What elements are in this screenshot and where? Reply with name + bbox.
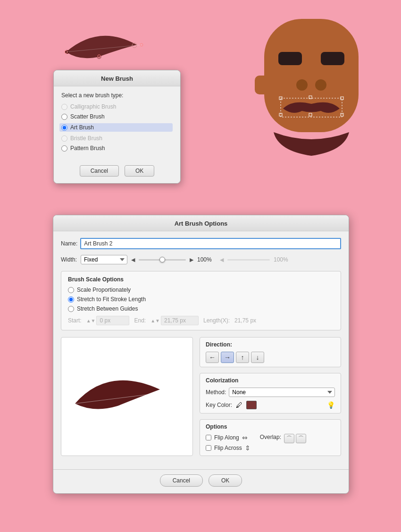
radio-bristle-input xyxy=(61,135,67,142)
art-brush-ok-button[interactable]: OK xyxy=(209,474,242,487)
svg-rect-9 xyxy=(278,52,302,65)
direction-section: Direction: ← → ↑ ↓ xyxy=(200,337,341,367)
width-slider-track[interactable] xyxy=(139,259,186,261)
brush-scale-title: Brush Scale Options xyxy=(68,276,334,283)
brush-preview-svg xyxy=(61,19,160,71)
key-color-row: Key Color: 🖊 💡 xyxy=(206,401,335,409)
radio-art-input[interactable] xyxy=(61,125,67,131)
eyedropper-icon[interactable]: 🖊 xyxy=(236,401,242,409)
method-label: Method: xyxy=(206,389,226,396)
flip-across-row: Flip Across ⇕ xyxy=(206,444,251,452)
art-brush-cancel-button[interactable]: Cancel xyxy=(160,474,203,487)
guide-row: Start: ▲▼ End: ▲▼ Length(X): 21,75 px xyxy=(68,316,334,325)
start-value xyxy=(96,316,129,325)
slider2-left-arrow: ◀ xyxy=(220,257,224,263)
colorization-title: Colorization xyxy=(206,377,335,384)
name-label: Name: xyxy=(61,240,77,247)
direction-title: Direction: xyxy=(206,341,335,348)
art-brush-footer: Cancel OK xyxy=(53,469,349,493)
art-brush-dialog: Art Brush Options Name: Width: Fixed Pre… xyxy=(53,215,349,494)
end-value xyxy=(161,316,199,325)
svg-rect-8 xyxy=(255,76,269,94)
overlap-buttons: ⌒ ⌒ xyxy=(284,434,306,443)
length-value: 21,75 px xyxy=(234,317,256,324)
svg-point-12 xyxy=(315,79,326,91)
overlap-label: Overlap: xyxy=(260,434,281,440)
overlap-btn-2[interactable]: ⌒ xyxy=(296,434,306,443)
stretch-to-fit-option[interactable]: Stretch to Fit Stroke Length xyxy=(68,296,334,303)
stretch-between-label: Stretch Between Guides xyxy=(77,305,138,312)
options-section: Options Flip Along ⇔ Flip Across xyxy=(200,419,341,456)
width-row: Width: Fixed Pressure Stylus Wheel ◀ ▶ 1… xyxy=(61,255,341,264)
new-brush-ok-button[interactable]: OK xyxy=(125,165,154,177)
end-label: End: xyxy=(134,317,146,324)
width-slider2-track xyxy=(227,259,270,261)
svg-point-11 xyxy=(296,79,308,91)
svg-rect-7 xyxy=(264,19,359,132)
brush-preview-box: → xyxy=(61,337,193,456)
flip-across-label: Flip Across xyxy=(214,445,242,451)
options-title: Options xyxy=(206,423,335,430)
scale-proportionately-option[interactable]: Scale Proportionately xyxy=(68,287,334,293)
slider-left-arrow: ◀ xyxy=(131,257,135,263)
radio-calligraphic: Calligraphic Brush xyxy=(61,103,173,110)
radio-calligraphic-input[interactable] xyxy=(61,104,67,110)
scale-prop-label: Scale Proportionately xyxy=(77,287,131,293)
colorization-section: Colorization Method: None Tints Tints an… xyxy=(200,373,341,414)
start-spinner-up: ▲▼ xyxy=(86,318,96,323)
start-label: Start: xyxy=(68,317,82,324)
flip-across-checkbox[interactable] xyxy=(206,445,211,451)
radio-scatter[interactable]: Scatter Brush xyxy=(61,113,173,120)
scale-prop-radio[interactable] xyxy=(68,287,74,293)
radio-art[interactable]: Art Brush xyxy=(59,123,173,132)
face-illustration xyxy=(245,9,377,189)
direction-left-btn[interactable]: ← xyxy=(206,352,219,363)
lightbulb-icon[interactable]: 💡 xyxy=(327,401,335,409)
stretch-between-option[interactable]: Stretch Between Guides xyxy=(68,305,334,312)
right-panel: Direction: ← → ↑ ↓ Colorization Method: … xyxy=(200,337,341,456)
flip-along-icon: ⇔ xyxy=(242,434,248,441)
flip-along-checkbox[interactable] xyxy=(206,435,211,440)
stretch-fit-label: Stretch to Fit Stroke Length xyxy=(77,296,146,303)
new-brush-subtitle: Select a new brush type: xyxy=(61,92,173,99)
preview-svg: → xyxy=(66,352,188,441)
new-brush-cancel-button[interactable]: Cancel xyxy=(80,165,119,177)
direction-up-btn[interactable]: ↑ xyxy=(236,352,249,363)
direction-buttons: ← → ↑ ↓ xyxy=(206,352,335,363)
width-label: Width: xyxy=(61,256,77,263)
new-brush-dialog: New Brush Select a new brush type: Calli… xyxy=(53,70,181,184)
end-spinner-up: ▲▼ xyxy=(150,318,160,323)
key-color-label: Key Color: xyxy=(206,402,232,408)
direction-down-btn[interactable]: ↓ xyxy=(251,352,264,363)
direction-right-btn[interactable]: → xyxy=(221,352,234,363)
art-brush-title: Art Brush Options xyxy=(53,215,349,231)
stretch-fit-radio[interactable] xyxy=(68,296,74,303)
key-color-swatch[interactable] xyxy=(246,401,257,409)
svg-rect-10 xyxy=(321,52,344,65)
overlap-section: Overlap: ⌒ ⌒ xyxy=(260,434,306,443)
width-select[interactable]: Fixed Pressure Stylus Wheel xyxy=(81,255,127,264)
flip-across-icon: ⇕ xyxy=(245,444,251,452)
radio-pattern[interactable]: Pattern Brush xyxy=(61,145,173,152)
name-input[interactable] xyxy=(80,238,341,249)
name-row: Name: xyxy=(61,238,341,249)
slider-right-arrow: ▶ xyxy=(190,257,193,263)
radio-bristle: Bristle Brush xyxy=(61,135,173,142)
method-select[interactable]: None Tints Tints and Shades Hue Shift xyxy=(229,388,335,397)
radio-pattern-input[interactable] xyxy=(61,145,67,152)
radio-scatter-input[interactable] xyxy=(61,114,67,120)
flip-along-label: Flip Along xyxy=(214,434,239,441)
percent-value: 100% xyxy=(197,256,216,263)
method-row: Method: None Tints Tints and Shades Hue … xyxy=(206,388,335,397)
percent-value-disabled: 100% xyxy=(274,256,292,263)
new-brush-title: New Brush xyxy=(54,70,180,86)
stretch-between-radio[interactable] xyxy=(68,306,74,312)
brush-scale-section: Brush Scale Options Scale Proportionatel… xyxy=(61,271,341,330)
length-label: Length(X): xyxy=(203,317,230,324)
flip-along-row: Flip Along ⇔ xyxy=(206,434,251,441)
overlap-btn-1[interactable]: ⌒ xyxy=(284,434,294,443)
svg-text:→: → xyxy=(167,388,174,396)
bottom-panels: → Direction: ← → ↑ ↓ Colorization xyxy=(61,337,341,456)
width-slider-thumb[interactable] xyxy=(159,257,165,262)
